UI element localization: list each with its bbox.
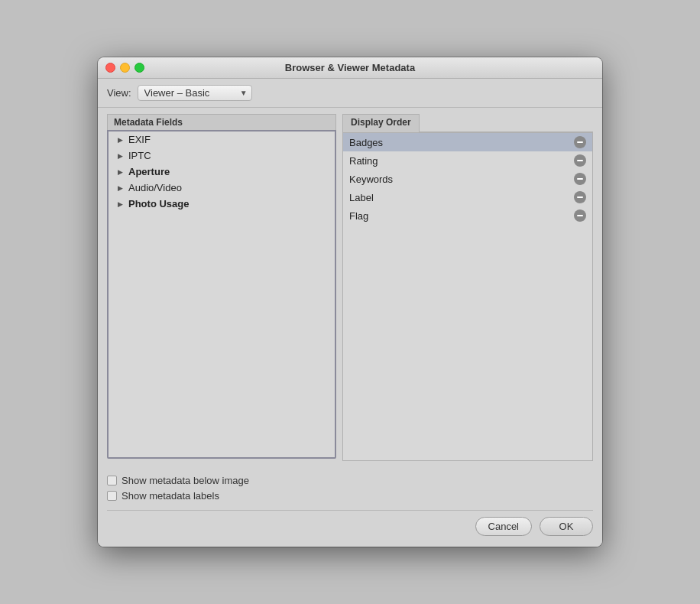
tree-item-audiovideo[interactable]: ▶ Audio/Video	[109, 180, 335, 196]
show-metadata-below-label: Show metadata below image	[122, 475, 249, 486]
remove-rating-button[interactable]	[574, 154, 586, 167]
view-label: View:	[107, 87, 131, 99]
show-metadata-below-checkbox[interactable]	[107, 476, 117, 485]
minimize-button[interactable]	[120, 63, 130, 73]
view-select[interactable]: Viewer – Basic Viewer – Advanced Browser…	[138, 85, 252, 101]
title-bar: Browser & Viewer Metadata	[98, 57, 602, 79]
aperture-arrow-icon: ▶	[115, 167, 125, 177]
tab-spacer	[420, 114, 593, 132]
remove-label-button[interactable]	[574, 191, 586, 203]
button-row: Cancel OK	[98, 511, 602, 547]
badges-label: Badges	[349, 137, 574, 148]
view-select-wrapper: Viewer – Basic Viewer – Advanced Browser…	[138, 85, 252, 101]
display-item-flag[interactable]: Flag	[343, 206, 592, 225]
ok-button[interactable]: OK	[540, 517, 593, 536]
tree-item-iptc[interactable]: ▶ IPTC	[109, 148, 335, 164]
window-title: Browser & Viewer Metadata	[285, 62, 415, 73]
iptc-label: IPTC	[128, 150, 151, 161]
tree-item-photousage[interactable]: ▶ Photo Usage	[109, 196, 335, 212]
maximize-button[interactable]	[134, 63, 144, 73]
metadata-fields-body: ▶ EXIF ▶ IPTC ▶ Aperture ▶ Audio/Video ▶	[107, 130, 336, 459]
audiovideo-label: Audio/Video	[128, 182, 182, 193]
dialog-window: Browser & Viewer Metadata View: Viewer –…	[98, 57, 602, 547]
flag-label: Flag	[349, 210, 574, 222]
show-metadata-below-row: Show metadata below image	[107, 475, 593, 486]
display-order-body: Badges Rating Keywords Label Flag	[342, 132, 593, 461]
display-item-keywords[interactable]: Keywords	[343, 170, 592, 188]
keywords-label: Keywords	[349, 174, 574, 185]
traffic-lights	[105, 63, 144, 73]
display-item-badges[interactable]: Badges	[343, 133, 592, 151]
audiovideo-arrow-icon: ▶	[115, 183, 125, 193]
show-metadata-labels-row: Show metadata labels	[107, 490, 593, 502]
label-label: Label	[349, 192, 574, 203]
display-order-tab: Display Order	[342, 114, 420, 132]
show-metadata-labels-checkbox[interactable]	[107, 491, 117, 501]
display-item-label[interactable]: Label	[343, 188, 592, 206]
toolbar: View: Viewer – Basic Viewer – Advanced B…	[98, 79, 602, 108]
right-panel: Display Order Badges Rating Keywords	[342, 114, 593, 461]
left-panel: Metadata Fields ▶ EXIF ▶ IPTC ▶ Aperture…	[107, 114, 336, 461]
rating-label: Rating	[349, 155, 574, 167]
exif-label: EXIF	[128, 134, 151, 145]
tree-item-exif[interactable]: ▶ EXIF	[109, 132, 335, 148]
aperture-label: Aperture	[128, 166, 170, 177]
remove-badges-button[interactable]	[574, 136, 586, 148]
right-panel-header: Display Order	[342, 114, 593, 132]
exif-arrow-icon: ▶	[115, 135, 125, 145]
photousage-arrow-icon: ▶	[115, 199, 125, 209]
iptc-arrow-icon: ▶	[115, 151, 125, 161]
display-item-rating[interactable]: Rating	[343, 151, 592, 170]
photousage-label: Photo Usage	[128, 198, 189, 209]
main-content: Metadata Fields ▶ EXIF ▶ IPTC ▶ Aperture…	[98, 108, 602, 467]
bottom-options: Show metadata below image Show metadata …	[98, 467, 602, 510]
show-metadata-labels-label: Show metadata labels	[122, 490, 219, 502]
remove-flag-button[interactable]	[574, 209, 586, 222]
cancel-button[interactable]: Cancel	[475, 517, 532, 536]
tree-item-aperture[interactable]: ▶ Aperture	[109, 164, 335, 180]
metadata-fields-header: Metadata Fields	[107, 114, 336, 130]
close-button[interactable]	[105, 63, 115, 73]
remove-keywords-button[interactable]	[574, 173, 586, 185]
